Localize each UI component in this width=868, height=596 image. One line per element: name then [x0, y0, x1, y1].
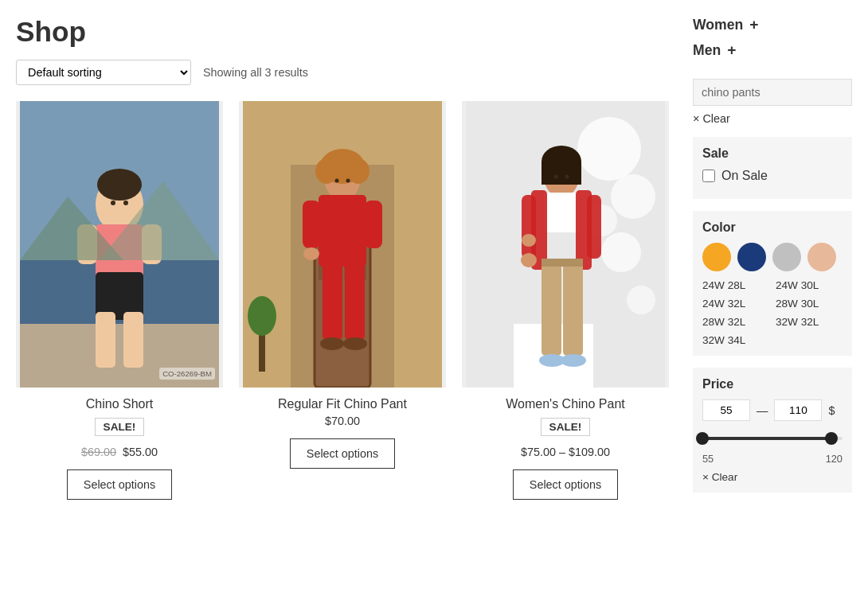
- svg-rect-48: [542, 260, 561, 356]
- size-24w-30l[interactable]: 24W 30L: [776, 279, 843, 291]
- price-range-min-label: 55: [702, 453, 714, 465]
- svg-point-42: [627, 286, 655, 314]
- product-title: Women's Chino Pant: [506, 397, 625, 411]
- svg-rect-27: [303, 201, 320, 248]
- price-inputs: — $: [702, 399, 843, 421]
- product-image-chino-short: CO-26269-BM: [16, 101, 223, 388]
- size-32w-34l[interactable]: 32W 34L: [702, 334, 769, 346]
- svg-point-10: [97, 169, 142, 201]
- svg-point-31: [315, 158, 338, 184]
- svg-rect-28: [365, 201, 382, 248]
- product-image-womens-chino: [462, 101, 669, 388]
- color-swatches: [702, 243, 843, 271]
- svg-point-32: [347, 158, 369, 184]
- size-grid: 24W 28L 24W 30L 24W 32L 28W 30L 28W 32L …: [702, 279, 843, 346]
- svg-rect-24: [345, 260, 365, 340]
- clear-filter-button[interactable]: × Clear: [693, 112, 852, 125]
- sort-select[interactable]: Default sorting Sort by popularity Sort …: [16, 60, 191, 85]
- price-range-labels: 55 120: [702, 453, 843, 465]
- on-sale-label: On Sale: [721, 169, 768, 183]
- svg-point-56: [522, 234, 536, 247]
- svg-point-12: [123, 201, 128, 205]
- product-card: Regular Fit Chino Pant $70.00 Select opt…: [239, 101, 446, 500]
- on-sale-checkbox[interactable]: [702, 169, 715, 182]
- svg-point-26: [343, 337, 367, 350]
- svg-rect-58: [542, 161, 581, 185]
- price-range-max-label: 120: [826, 453, 843, 465]
- women-label: Women: [693, 17, 743, 33]
- women-expand-icon[interactable]: +: [749, 16, 758, 33]
- svg-rect-50: [542, 259, 583, 267]
- price-container: $69.00 $55.00: [81, 446, 158, 458]
- sale-badge: SALE!: [95, 418, 145, 436]
- select-options-button[interactable]: Select options: [290, 438, 395, 469]
- color-filter-section: Color 24W 28L 24W 30L 24W 32L 28W 30L 28…: [693, 211, 852, 356]
- svg-point-60: [565, 175, 569, 179]
- svg-rect-23: [323, 260, 342, 340]
- price-filter-section: Price — $ 55 120 × Clear: [693, 368, 852, 493]
- price-dash: —: [757, 404, 768, 417]
- page-title: Shop: [16, 16, 669, 48]
- svg-rect-45: [544, 193, 579, 232]
- products-grid: CO-26269-BM Chino Short SALE! $69.00 $55…: [16, 101, 669, 500]
- svg-point-41: [601, 232, 641, 272]
- sidebar: Women + Men + × Clear Sale On Sale Color: [693, 16, 852, 501]
- sidebar-category-women[interactable]: Women +: [693, 16, 852, 33]
- color-swatch-yellow[interactable]: [702, 243, 731, 271]
- size-24w-32l[interactable]: 24W 32L: [702, 298, 769, 310]
- men-label: Men: [693, 42, 721, 59]
- sale-filter-section: Sale On Sale: [693, 137, 852, 199]
- clear-filter-label: × Clear: [693, 112, 730, 125]
- svg-point-36: [248, 296, 276, 336]
- svg-rect-53: [522, 195, 536, 259]
- price-slider-fill: [702, 437, 831, 440]
- price-container: $75.00 – $109.00: [521, 446, 610, 458]
- results-count: Showing all 3 results: [203, 66, 308, 79]
- svg-point-52: [561, 354, 586, 367]
- product-search-input[interactable]: [693, 79, 852, 106]
- men-expand-icon[interactable]: +: [727, 41, 736, 59]
- price-container: $70.00: [325, 415, 360, 427]
- select-options-button[interactable]: Select options: [513, 469, 618, 500]
- svg-rect-49: [563, 260, 583, 356]
- svg-point-55: [521, 253, 537, 267]
- svg-point-34: [346, 179, 350, 183]
- svg-point-11: [111, 201, 115, 205]
- on-sale-row[interactable]: On Sale: [702, 169, 843, 183]
- sale-section-title: Sale: [702, 146, 843, 161]
- select-options-button[interactable]: Select options: [67, 469, 172, 500]
- svg-point-25: [320, 337, 344, 350]
- color-swatch-gray[interactable]: [772, 243, 801, 271]
- size-32w-32l[interactable]: 32W 32L: [776, 316, 843, 328]
- price-regular: $70.00: [325, 415, 360, 427]
- price-range: $75.00 – $109.00: [521, 446, 610, 458]
- price-slider-thumb-max[interactable]: [825, 432, 838, 445]
- svg-point-39: [611, 174, 655, 219]
- svg-rect-9: [123, 312, 143, 368]
- color-swatch-navy[interactable]: [737, 243, 766, 271]
- price-original: $69.00: [81, 446, 116, 458]
- color-swatch-peach[interactable]: [807, 243, 836, 271]
- main-content: Shop Default sorting Sort by popularity …: [16, 16, 669, 501]
- size-28w-32l[interactable]: 28W 32L: [702, 316, 769, 328]
- svg-point-29: [303, 247, 319, 260]
- price-slider[interactable]: [702, 430, 843, 446]
- clear-price-button[interactable]: × Clear: [702, 471, 843, 483]
- product-card: CO-26269-BM Chino Short SALE! $69.00 $55…: [16, 101, 223, 500]
- product-title: Regular Fit Chino Pant: [278, 397, 407, 411]
- price-max-input[interactable]: [774, 399, 822, 421]
- svg-point-33: [335, 179, 339, 183]
- product-title: Chino Short: [86, 397, 154, 411]
- size-28w-30l[interactable]: 28W 30L: [776, 298, 843, 310]
- watermark: CO-26269-BM: [159, 368, 215, 380]
- price-currency: $: [828, 404, 835, 417]
- size-24w-28l[interactable]: 24W 28L: [702, 279, 769, 291]
- svg-rect-54: [587, 195, 601, 259]
- svg-rect-8: [96, 312, 115, 368]
- price-slider-thumb-min[interactable]: [696, 432, 709, 445]
- price-sale: $55.00: [123, 446, 158, 458]
- price-min-input[interactable]: [702, 399, 750, 421]
- sale-badge: SALE!: [541, 418, 591, 436]
- sidebar-category-men[interactable]: Men +: [693, 41, 852, 59]
- color-section-title: Color: [702, 220, 843, 235]
